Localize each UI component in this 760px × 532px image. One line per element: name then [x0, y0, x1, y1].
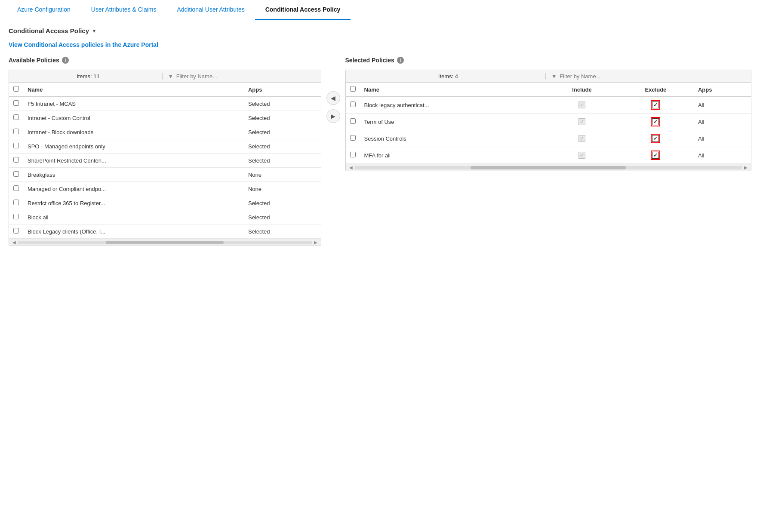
available-row-checkbox[interactable] — [13, 157, 19, 163]
exclude-checkbox[interactable] — [652, 101, 659, 108]
transfer-right-button[interactable]: ▶ — [326, 109, 340, 123]
selected-include-header: Include — [546, 83, 618, 97]
include-checkbox[interactable]: ✓ — [578, 135, 585, 142]
available-scroll-right-icon[interactable]: ▶ — [312, 240, 319, 245]
exclude-highlight-border — [651, 151, 660, 160]
selected-info-icon[interactable]: i — [397, 57, 404, 64]
exclude-highlight-border — [651, 100, 660, 110]
selected-scrollbar-track — [354, 166, 742, 169]
include-checkbox[interactable]: ✓ — [578, 101, 585, 108]
exclude-checkbox[interactable] — [652, 135, 659, 142]
selected-policies-panel: Selected Policies i Items: 4 ▼ — [345, 57, 751, 171]
selected-h-scrollbar[interactable]: ◀ ▶ — [346, 164, 751, 171]
section-title: Conditional Access Policy — [9, 27, 89, 34]
selected-row-checkbox-cell — [346, 114, 360, 130]
available-toolbar: Items: 11 ▼ — [9, 70, 321, 83]
available-table-row: Breakglass None — [9, 168, 321, 182]
available-scroll-left-icon[interactable]: ◀ — [11, 240, 18, 245]
selected-row-checkbox-cell — [346, 147, 360, 164]
available-row-checkbox-cell — [9, 154, 23, 168]
selected-row-include: ✓ — [546, 97, 618, 114]
dropdown-arrow-icon[interactable]: ▼ — [92, 28, 97, 34]
selected-table-row: Block legacy authenticat... ✓ All — [346, 97, 751, 114]
selected-items-count: Items: 4 — [351, 73, 546, 80]
available-h-scrollbar[interactable]: ◀ ▶ — [9, 239, 321, 246]
selected-row-exclude — [618, 130, 694, 147]
selected-row-apps: All — [694, 114, 751, 130]
available-policies-label: Available Policies i — [9, 57, 321, 64]
available-row-checkbox[interactable] — [13, 143, 19, 148]
exclude-checkbox[interactable] — [652, 152, 659, 159]
main-panels: Available Policies i Items: 11 ▼ — [9, 57, 751, 246]
selected-table-body: Block legacy authenticat... ✓ All Term o… — [346, 97, 751, 164]
available-row-checkbox[interactable] — [13, 228, 19, 234]
available-row-checkbox[interactable] — [13, 114, 19, 120]
selected-table-row: MFA for all ✓ All — [346, 147, 751, 164]
available-items-count: Items: 11 — [14, 73, 162, 80]
available-row-name: F5 Intranet - MCAS — [23, 97, 244, 111]
selected-row-checkbox[interactable] — [350, 118, 356, 124]
available-row-name: Intranet - Block downloads — [23, 125, 244, 139]
tab-conditional-access[interactable]: Conditional Access Policy — [255, 0, 351, 20]
selected-row-checkbox[interactable] — [350, 101, 356, 107]
available-row-apps: Selected — [244, 97, 321, 111]
include-checkbox[interactable]: ✓ — [578, 118, 585, 125]
available-row-checkbox-cell — [9, 182, 23, 196]
selected-row-exclude — [618, 114, 694, 130]
selected-row-name: Session Controls — [360, 130, 546, 147]
tab-azure-config[interactable]: Azure Configuration — [7, 0, 81, 20]
selected-row-checkbox[interactable] — [350, 135, 356, 141]
page-content: Conditional Access Policy ▼ View Conditi… — [0, 20, 760, 253]
selected-row-name: MFA for all — [360, 147, 546, 164]
selected-label-container: Selected Policies i — [345, 57, 751, 70]
available-row-checkbox-cell — [9, 125, 23, 139]
available-table-row: F5 Intranet - MCAS Selected — [9, 97, 321, 111]
available-table-body: F5 Intranet - MCAS Selected Intranet - C… — [9, 97, 321, 239]
selected-scroll-right-icon[interactable]: ▶ — [742, 165, 749, 170]
available-row-apps: Selected — [244, 125, 321, 139]
available-row-checkbox-cell — [9, 210, 23, 224]
transfer-left-button[interactable]: ◀ — [326, 91, 340, 105]
available-row-checkbox[interactable] — [13, 214, 19, 219]
selected-table-scroll[interactable]: Name Include Exclude Apps Block legacy a… — [346, 83, 751, 164]
transfer-buttons-col: ◀ ▶ — [321, 57, 345, 123]
selected-row-apps: All — [694, 97, 751, 114]
available-row-checkbox[interactable] — [13, 129, 19, 134]
available-info-icon[interactable]: i — [62, 57, 69, 64]
exclude-checkbox[interactable] — [652, 118, 659, 125]
selected-exclude-header: Exclude — [618, 83, 694, 97]
selected-name-header: Name — [360, 83, 546, 97]
available-row-apps: Selected — [244, 224, 321, 239]
selected-filter-icon: ▼ — [551, 73, 557, 80]
available-select-all-checkbox[interactable] — [13, 86, 19, 92]
selected-scroll-left-icon[interactable]: ◀ — [348, 165, 354, 170]
selected-row-checkbox[interactable] — [350, 152, 356, 157]
available-row-checkbox[interactable] — [13, 185, 19, 191]
azure-portal-link[interactable]: View Conditional Access policies in the … — [9, 41, 158, 48]
available-row-apps: Selected — [244, 154, 321, 168]
available-row-apps: Selected — [244, 111, 321, 125]
available-row-checkbox[interactable] — [13, 171, 19, 177]
selected-row-checkbox-cell — [346, 130, 360, 147]
selected-filter-input[interactable] — [560, 73, 746, 80]
available-row-checkbox[interactable] — [13, 200, 19, 205]
available-row-checkbox[interactable] — [13, 100, 19, 106]
available-row-apps: Selected — [244, 210, 321, 224]
selected-row-include: ✓ — [546, 147, 618, 164]
include-checkbox[interactable]: ✓ — [578, 152, 585, 159]
available-table-scroll[interactable]: Name Apps F5 Intranet - MCAS Selected In… — [9, 83, 321, 239]
selected-filter-section: ▼ — [545, 73, 746, 80]
selected-policies-label: Selected Policies i — [345, 57, 751, 64]
selected-row-name: Block legacy authenticat... — [360, 97, 546, 114]
exclude-highlight-border — [651, 117, 660, 126]
available-table-header-row: Name Apps — [9, 83, 321, 97]
available-filter-input[interactable] — [176, 73, 316, 80]
available-label-container: Available Policies i — [9, 57, 321, 70]
tab-user-attributes[interactable]: User Attributes & Claims — [81, 0, 167, 20]
available-table-row: Managed or Compliant endpo... None — [9, 182, 321, 196]
selected-row-name: Term of Use — [360, 114, 546, 130]
selected-select-all-checkbox[interactable] — [350, 86, 356, 92]
selected-row-exclude — [618, 97, 694, 114]
selected-table-row: Session Controls ✓ All — [346, 130, 751, 147]
tab-additional-user[interactable]: Additional User Attributes — [166, 0, 255, 20]
